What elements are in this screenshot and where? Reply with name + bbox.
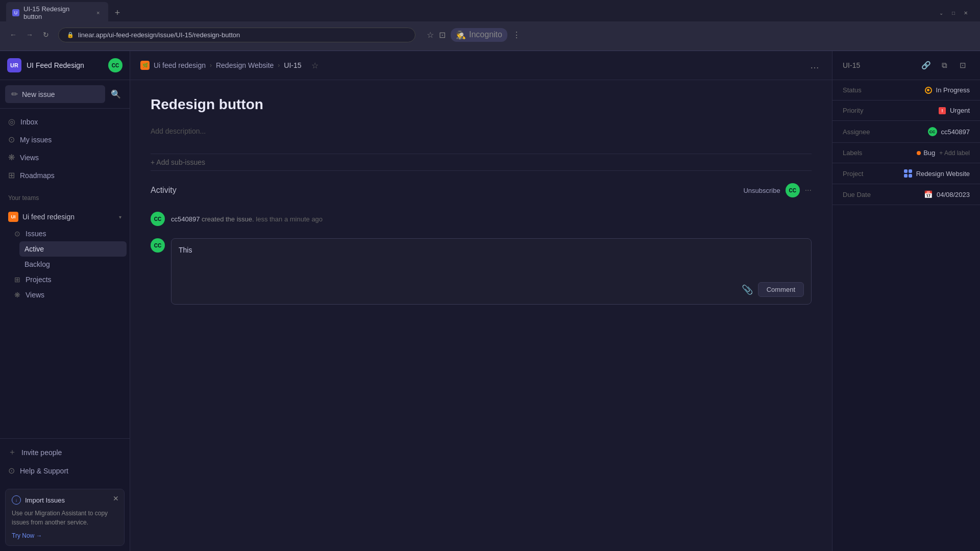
priority-text: Urgent	[950, 107, 970, 114]
due-date-text: 04/08/2023	[937, 191, 970, 198]
assignee-label: Assignee	[843, 128, 884, 136]
refresh-button[interactable]: ↻	[39, 28, 53, 42]
sidebar-item-inbox[interactable]: ◎ Inbox	[3, 113, 127, 131]
labels-value: Bug + Add label	[917, 149, 970, 157]
help-icon: ⊙	[8, 466, 15, 475]
add-sub-issues-button[interactable]: + Add sub-issues	[151, 154, 812, 171]
issues-sub-nav: Active Backlog	[9, 241, 127, 272]
assignee-field[interactable]: Assignee CC cc540897	[832, 121, 980, 143]
invite-icon: ＋	[8, 447, 16, 458]
activity-actions: Unsubscribe CC ···	[743, 183, 812, 197]
right-panel: UI-15 🔗 ⧉ ⊡ Status In Progress Priority	[832, 51, 980, 551]
tab-title: UI-15 Redesign button	[23, 5, 88, 20]
incognito-icon: 🕵	[456, 30, 466, 40]
labels-field[interactable]: Labels Bug + Add label	[832, 143, 980, 163]
main-content: 🌿 Ui feed redesign › Redesign Website › …	[130, 51, 832, 551]
panel-actions: 🔗 ⧉ ⊡	[919, 58, 970, 72]
bookmark-icon[interactable]: ☆	[427, 30, 434, 40]
priority-field[interactable]: Priority ! Urgent	[832, 101, 980, 121]
roadmaps-label: Roadmaps	[20, 171, 55, 180]
sidebar-item-help[interactable]: ⊙ Help & Support	[3, 462, 127, 480]
tab-close-button[interactable]: ×	[94, 9, 102, 17]
window-maximize-button[interactable]: □	[949, 9, 958, 17]
sidebar-item-issues[interactable]: ⊙ Issues	[9, 226, 127, 241]
backlog-label: Backlog	[24, 260, 50, 268]
browser-extras: ☆ ⊡ 🕵 Incognito ⋮	[427, 28, 521, 42]
attach-button[interactable]: 📎	[742, 284, 753, 295]
status-text: In Progress	[936, 86, 970, 94]
sidebar: UR UI Feed Redesign CC ✏ New issue 🔍 ◎ I…	[0, 51, 130, 551]
more-options-button[interactable]: …	[807, 58, 822, 72]
breadcrumb-team[interactable]: Ui feed redesign	[154, 61, 206, 69]
history-button[interactable]: ⊡	[955, 58, 970, 72]
sidebar-toggle-icon[interactable]: ⊡	[439, 30, 446, 40]
add-label-button[interactable]: + Add label	[939, 149, 970, 157]
project-icon	[904, 169, 912, 178]
incognito-label: Incognito	[469, 30, 502, 39]
breadcrumb-separator-2: ›	[278, 62, 280, 69]
comment-box[interactable]: This 📎 Comment	[171, 238, 812, 305]
breadcrumb: 🌿 Ui feed redesign › Redesign Website › …	[140, 61, 302, 70]
user-avatar[interactable]: CC	[108, 58, 122, 72]
new-tab-button[interactable]: +	[110, 6, 125, 20]
sidebar-item-backlog[interactable]: Backlog	[19, 257, 127, 272]
assignee-value: CC cc540897	[928, 127, 970, 136]
activity-log-text: cc540897 created the issue. less than a …	[171, 215, 323, 223]
activity-log-avatar: CC	[151, 212, 165, 226]
import-banner-close[interactable]: ✕	[113, 494, 119, 503]
activity-log-item: CC cc540897 created the issue. less than…	[151, 207, 812, 231]
copy-button[interactable]: ⧉	[937, 58, 951, 72]
activity-section: Activity Unsubscribe CC ··· CC cc540897 …	[151, 183, 812, 305]
team-header[interactable]: UI Ui feed redesign ▾	[3, 208, 127, 226]
activity-more-button[interactable]: ···	[805, 186, 812, 195]
status-field[interactable]: Status In Progress	[832, 80, 980, 101]
issue-title[interactable]: Redesign button	[151, 96, 812, 113]
issues-label: Issues	[26, 230, 46, 238]
window-close-button[interactable]: ✕	[962, 9, 970, 17]
assignee-text: cc540897	[941, 128, 970, 136]
comment-submit-button[interactable]: Comment	[758, 282, 804, 297]
comment-input[interactable]: This	[179, 246, 804, 277]
new-issue-button[interactable]: ✏ New issue	[5, 85, 105, 103]
unsubscribe-button[interactable]: Unsubscribe	[743, 187, 780, 194]
status-icon	[925, 87, 932, 94]
bug-dot	[917, 151, 921, 155]
incognito-badge: 🕵 Incognito	[451, 28, 507, 42]
sidebar-item-invite[interactable]: ＋ Invite people	[3, 443, 127, 462]
star-button[interactable]: ☆	[308, 58, 322, 72]
sidebar-item-projects[interactable]: ⊞ Projects	[9, 272, 127, 287]
window-minimize-button[interactable]: ⌄	[937, 9, 945, 17]
sidebar-item-roadmaps[interactable]: ⊞ Roadmaps	[3, 166, 127, 184]
status-dot-inner	[927, 89, 929, 91]
workspace-info[interactable]: UR UI Feed Redesign	[7, 58, 84, 72]
url-bar[interactable]: 🔒 linear.app/ui-feed-redesign/issue/UI-1…	[58, 28, 415, 42]
calendar-icon: 📅	[924, 190, 933, 198]
breadcrumb-issue-id: UI-15	[284, 61, 301, 69]
import-banner-link[interactable]: Try Now →	[12, 532, 118, 539]
search-button[interactable]: 🔍	[107, 86, 125, 103]
sidebar-item-team-views[interactable]: ❋ Views	[9, 287, 127, 303]
menu-icon[interactable]: ⋮	[512, 30, 521, 40]
forward-button[interactable]: →	[22, 28, 37, 42]
issue-header-bar: 🌿 Ui feed redesign › Redesign Website › …	[130, 51, 832, 80]
team-views-icon: ❋	[14, 291, 20, 299]
breadcrumb-project-icon: 🌿	[140, 61, 150, 70]
project-label: Project	[843, 170, 884, 178]
bug-label: Bug	[917, 149, 935, 157]
due-date-field[interactable]: Due Date 📅 04/08/2023	[832, 184, 980, 205]
project-field[interactable]: Project Redesign Website	[832, 163, 980, 184]
active-tab[interactable]: U UI-15 Redesign button ×	[6, 2, 108, 23]
my-issues-icon: ⊙	[8, 135, 15, 144]
teams-section-title: Your teams	[0, 188, 130, 204]
breadcrumb-project[interactable]: Redesign Website	[216, 61, 274, 69]
sidebar-item-active[interactable]: Active	[19, 241, 127, 257]
new-issue-label: New issue	[22, 90, 55, 98]
issue-description[interactable]: Add description...	[151, 123, 812, 139]
import-banner: ✕ ↓ Import Issues Use our Migration Assi…	[5, 489, 125, 546]
back-button[interactable]: ←	[6, 28, 20, 42]
sidebar-item-my-issues[interactable]: ⊙ My issues	[3, 131, 127, 148]
priority-value: ! Urgent	[939, 107, 970, 114]
import-banner-title: ↓ Import Issues	[12, 495, 118, 505]
link-button[interactable]: 🔗	[919, 58, 933, 72]
sidebar-item-views[interactable]: ❋ Views	[3, 148, 127, 166]
